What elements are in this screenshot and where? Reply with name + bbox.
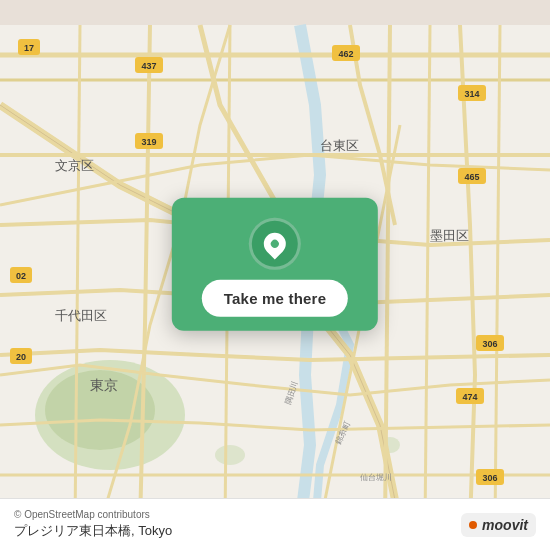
svg-text:文京区: 文京区 (55, 158, 94, 173)
pin-marker (259, 228, 290, 259)
moovit-text: moovit (482, 517, 528, 533)
svg-text:437: 437 (141, 61, 156, 71)
moovit-dot (469, 521, 477, 529)
bottom-bar: © OpenStreetMap contributors プレジリア東日本橋, … (0, 498, 550, 550)
svg-text:474: 474 (462, 392, 477, 402)
svg-text:17: 17 (24, 43, 34, 53)
moovit-logo: moovit (461, 513, 536, 537)
svg-text:314: 314 (464, 89, 479, 99)
take-me-there-button[interactable]: Take me there (202, 280, 348, 317)
pin-icon (249, 218, 301, 270)
place-name: プレジリア東日本橋, Tokyo (14, 522, 172, 540)
svg-text:千代田区: 千代田区 (55, 308, 107, 323)
svg-text:465: 465 (464, 172, 479, 182)
location-card: Take me there (172, 198, 378, 331)
svg-text:306: 306 (482, 339, 497, 349)
svg-text:東京: 東京 (90, 377, 118, 393)
svg-text:462: 462 (338, 49, 353, 59)
svg-text:306: 306 (482, 473, 497, 483)
attribution-text: © OpenStreetMap contributors (14, 509, 172, 520)
svg-text:台東区: 台東区 (320, 138, 359, 153)
map-container: 17 437 462 314 319 465 306 306 474 (0, 0, 550, 550)
svg-point-3 (215, 445, 245, 465)
bottom-left-info: © OpenStreetMap contributors プレジリア東日本橋, … (14, 509, 172, 540)
svg-text:墨田区: 墨田区 (430, 228, 469, 243)
svg-text:仙台堀川: 仙台堀川 (360, 473, 392, 482)
svg-text:319: 319 (141, 137, 156, 147)
svg-text:20: 20 (16, 352, 26, 362)
svg-text:02: 02 (16, 271, 26, 281)
